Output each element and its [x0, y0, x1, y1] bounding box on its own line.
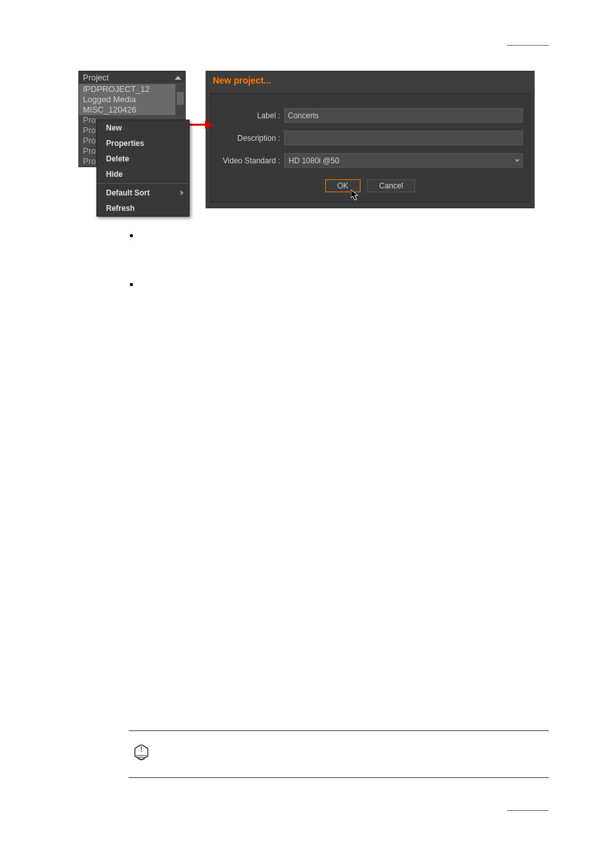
project-list-visible-area: IPDPROJECT_12 Logged Media MISC_120426: [79, 84, 185, 115]
chevron-down-icon: [515, 159, 520, 162]
video-standard-value: HD 1080i @50: [285, 156, 343, 165]
context-menu-new[interactable]: New: [97, 120, 189, 136]
video-standard-row: Video Standard : HD 1080i @50: [217, 153, 523, 168]
description-field-label: Description :: [217, 134, 284, 143]
note-icon: !: [134, 745, 149, 763]
new-project-dialog: New project... Label : Description : Vid…: [206, 71, 535, 208]
divider: [129, 777, 549, 778]
context-menu-hide[interactable]: Hide: [97, 167, 189, 182]
context-menu-default-sort[interactable]: Default Sort: [97, 185, 189, 201]
context-menu: New Properties Delete Hide Default Sort …: [96, 120, 190, 217]
svg-marker-1: [205, 121, 215, 129]
bullet-icon: [130, 283, 133, 286]
video-standard-field-label: Video Standard :: [217, 156, 284, 165]
label-input[interactable]: [284, 108, 523, 123]
header-underline: [507, 45, 549, 46]
chevron-right-icon: [181, 190, 184, 195]
svg-text:!: !: [140, 746, 142, 753]
video-standard-select[interactable]: HD 1080i @50: [284, 153, 523, 168]
project-panel-header[interactable]: Project: [79, 71, 185, 84]
context-menu-properties[interactable]: Properties: [97, 136, 189, 151]
dialog-buttons: OK Cancel: [217, 179, 523, 192]
description-row: Description :: [217, 131, 523, 145]
context-menu-default-sort-label: Default Sort: [106, 188, 150, 197]
sort-ascending-icon[interactable]: [175, 76, 181, 80]
context-menu-delete[interactable]: Delete: [97, 151, 189, 167]
bullet-icon: [130, 234, 133, 237]
divider: [129, 730, 549, 731]
description-input[interactable]: [284, 131, 523, 145]
dialog-body: Label : Description : Video Standard : H…: [210, 93, 530, 203]
dialog-title: New project...: [206, 71, 534, 89]
menu-separator: [97, 183, 189, 184]
cursor-icon: [351, 190, 361, 201]
label-field-label: Label :: [217, 111, 284, 120]
svg-marker-2: [351, 190, 358, 200]
label-row: Label :: [217, 108, 523, 123]
footer-underline: [507, 810, 549, 811]
list-item[interactable]: IPDPROJECT_12: [79, 84, 185, 95]
list-item[interactable]: MISC_120426: [79, 105, 185, 115]
context-menu-refresh[interactable]: Refresh: [97, 201, 189, 216]
list-item[interactable]: Logged Media: [79, 95, 185, 105]
cancel-button[interactable]: Cancel: [367, 179, 415, 192]
scrollbar[interactable]: [175, 84, 185, 116]
scrollbar-thumb[interactable]: [177, 92, 184, 105]
project-header-label: Project: [83, 73, 109, 82]
